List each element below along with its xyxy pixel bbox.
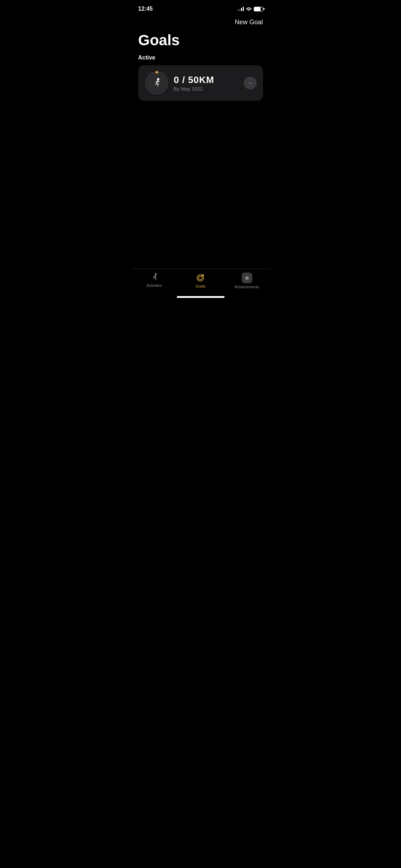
nav-item-achievements[interactable]: Achievements — [224, 273, 270, 289]
goal-progress: 0 / 50KM — [174, 74, 239, 86]
nav-item-activities[interactable]: Activities — [131, 273, 178, 288]
goals-nav-icon — [196, 273, 206, 283]
status-icons — [237, 7, 263, 11]
svg-line-16 — [154, 276, 156, 277]
goal-arrow-button[interactable]: → — [244, 77, 257, 89]
status-time: 12:45 — [138, 6, 153, 12]
goal-info: 0 / 50KM By May 2022 — [174, 74, 239, 92]
svg-point-18 — [199, 276, 202, 280]
goal-icon-inner — [147, 73, 166, 93]
achievements-nav-icon — [242, 273, 252, 283]
nav-item-goals[interactable]: Goals — [178, 273, 224, 288]
home-indicator — [177, 296, 225, 298]
page-header: New Goal — [131, 16, 270, 32]
goal-card[interactable]: 0 / 50KM By May 2022 → — [138, 65, 263, 101]
arrow-right-icon: → — [247, 80, 253, 86]
signal-icon — [237, 7, 244, 11]
runner-icon — [151, 77, 163, 89]
section-label: Active — [131, 55, 270, 65]
wifi-icon — [246, 7, 252, 11]
battery-icon — [254, 7, 263, 11]
goal-icon-wrapper — [145, 71, 169, 95]
status-bar: 12:45 — [131, 0, 270, 16]
page-title: Goals — [131, 32, 270, 55]
goals-nav-label: Goals — [195, 284, 206, 288]
svg-line-15 — [155, 278, 156, 280]
goal-date: By May 2022 — [174, 86, 239, 92]
goals-list: 0 / 50KM By May 2022 → — [131, 65, 270, 101]
activities-nav-icon — [150, 273, 159, 282]
svg-marker-20 — [245, 275, 250, 280]
new-goal-button[interactable]: New Goal — [235, 19, 263, 26]
activities-nav-label: Activities — [146, 283, 162, 288]
achievements-nav-label: Achievements — [235, 285, 259, 289]
